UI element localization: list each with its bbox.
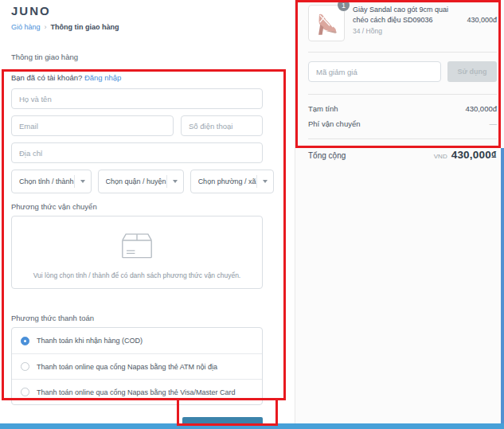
account-prompt-text: Bạn đã có tài khoản? xyxy=(11,73,82,82)
chevron-down-icon xyxy=(166,175,178,188)
ward-select-label: Chọn phường / xã xyxy=(198,177,256,185)
payment-option-napas-visa[interactable]: Thanh toán online qua cổng Napas bằng th… xyxy=(12,379,262,404)
scrollbar[interactable] xyxy=(501,148,504,423)
province-select-label: Chọn tỉnh / thành xyxy=(19,177,74,185)
product-title: Giày Sandal cao gót 9cm quai chéo cách đ… xyxy=(353,5,466,25)
discount-code-input[interactable] xyxy=(308,61,441,82)
shipping-fee-label: Phí vận chuyển xyxy=(308,119,361,128)
radio-unselected-icon[interactable] xyxy=(21,362,29,371)
subtotal-row: Tạm tính 430,000đ xyxy=(308,104,497,113)
payment-option-cod[interactable]: Thanh toán khi nhận hàng (COD) xyxy=(12,328,262,353)
radio-unselected-icon[interactable] xyxy=(21,388,29,396)
product-variant: 34 / Hồng xyxy=(353,27,467,35)
province-select[interactable]: Chọn tỉnh / thành xyxy=(11,170,92,193)
ward-select[interactable]: Chọn phường / xã xyxy=(190,170,274,193)
checkout-form-panel: JUNO Giỏ hàng › Thông tin giao hàng Thôn… xyxy=(0,0,295,423)
payment-option-label: Thanh toán online qua cổng Napas bằng th… xyxy=(37,363,217,371)
grand-total-label: Tổng cộng xyxy=(308,151,346,160)
product-info: Giày Sandal cao gót 9cm quai chéo cách đ… xyxy=(353,5,467,41)
email-input[interactable] xyxy=(11,115,174,136)
radio-selected-icon[interactable] xyxy=(21,337,29,345)
shipping-empty-message: Vui lòng chọn tỉnh / thành để có danh sá… xyxy=(18,271,256,279)
package-icon xyxy=(116,229,158,261)
subtotal-value: 430,000đ xyxy=(465,104,497,113)
shipping-method-box: Vui lòng chọn tỉnh / thành để có danh sá… xyxy=(11,216,263,289)
payment-method-title: Phương thức thanh toán xyxy=(11,314,263,322)
payment-option-label: Thanh toán khi nhận hàng (COD) xyxy=(37,337,143,345)
currency-code: VND xyxy=(434,153,447,160)
cart-item-row: 1 Giày Sandal cao gót 9cm quai chéo cách… xyxy=(308,5,497,41)
district-select-label: Chọn quận / huyện xyxy=(106,177,166,185)
grand-total-amount: VND 430,000₫ xyxy=(434,149,497,161)
breadcrumb-cart-link[interactable]: Giỏ hàng xyxy=(11,23,41,31)
divider xyxy=(308,94,497,95)
name-input[interactable] xyxy=(11,88,263,109)
apply-discount-button[interactable]: Sử dụng xyxy=(447,61,497,82)
subtotal-label: Tạm tính xyxy=(308,104,338,113)
location-selects-row: Chọn tỉnh / thành Chọn quận / huyện Chọn… xyxy=(11,170,263,193)
address-input[interactable] xyxy=(11,142,263,163)
phone-input[interactable] xyxy=(181,115,263,136)
checkout-page: JUNO Giỏ hàng › Thông tin giao hàng Thôn… xyxy=(0,0,504,429)
shipping-method-title: Phương thức vận chuyển xyxy=(11,202,263,211)
payment-option-napas-atm[interactable]: Thanh toán online qua cổng Napas bằng th… xyxy=(12,353,262,379)
payment-method-box: Thanh toán khi nhận hàng (COD) Thanh toá… xyxy=(11,327,263,405)
grand-total-value: 430,000₫ xyxy=(451,149,497,161)
bottom-blue-bar xyxy=(0,423,504,429)
section-title-shipping-info: Thông tin giao hàng xyxy=(11,53,263,61)
breadcrumb-separator-icon: › xyxy=(45,23,47,31)
login-link[interactable]: Đăng nhập xyxy=(84,73,121,82)
payment-option-label: Thanh toán online qua cổng Napas bằng th… xyxy=(37,388,236,396)
chevron-down-icon xyxy=(256,175,268,188)
sandal-product-image xyxy=(311,8,342,38)
product-thumbnail: 1 xyxy=(308,5,345,41)
quantity-badge: 1 xyxy=(338,0,350,11)
account-prompt: Bạn đã có tài khoản? Đăng nhập xyxy=(11,73,263,82)
shipping-fee-row: Phí vận chuyển — xyxy=(308,119,497,128)
district-select[interactable]: Chọn quận / huyện xyxy=(98,170,184,193)
order-summary-panel: 1 Giày Sandal cao gót 9cm quai chéo cách… xyxy=(295,0,504,423)
breadcrumb: Giỏ hàng › Thông tin giao hàng xyxy=(11,23,263,31)
grand-total-row: Tổng cộng VND 430,000₫ xyxy=(308,149,497,161)
discount-row: Sử dụng xyxy=(308,61,497,82)
shipping-fee-value: — xyxy=(490,119,498,128)
divider xyxy=(308,52,497,53)
divider xyxy=(308,138,497,139)
product-price: 430,000đ xyxy=(467,16,497,41)
breadcrumb-current: Thông tin giao hàng xyxy=(51,23,119,31)
juno-logo: JUNO xyxy=(11,4,263,18)
chevron-down-icon xyxy=(74,175,85,188)
email-phone-row xyxy=(11,115,263,136)
